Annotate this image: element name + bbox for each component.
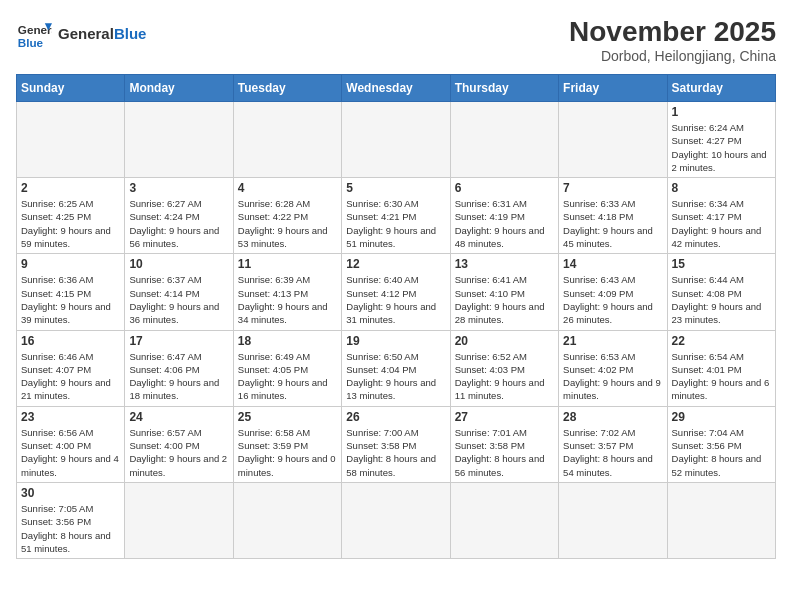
day-info: Sunrise: 6:43 AM Sunset: 4:09 PM Dayligh… bbox=[563, 273, 662, 326]
calendar-table: SundayMondayTuesdayWednesdayThursdayFrid… bbox=[16, 74, 776, 559]
day-info: Sunrise: 6:41 AM Sunset: 4:10 PM Dayligh… bbox=[455, 273, 554, 326]
calendar-day-cell: 18Sunrise: 6:49 AM Sunset: 4:05 PM Dayli… bbox=[233, 330, 341, 406]
day-number: 4 bbox=[238, 181, 337, 195]
logo: General Blue GeneralBlue bbox=[16, 16, 146, 52]
day-info: Sunrise: 7:01 AM Sunset: 3:58 PM Dayligh… bbox=[455, 426, 554, 479]
day-number: 9 bbox=[21, 257, 120, 271]
day-info: Sunrise: 7:04 AM Sunset: 3:56 PM Dayligh… bbox=[672, 426, 771, 479]
calendar-day-cell: 23Sunrise: 6:56 AM Sunset: 4:00 PM Dayli… bbox=[17, 406, 125, 482]
day-number: 7 bbox=[563, 181, 662, 195]
calendar-day-cell: 13Sunrise: 6:41 AM Sunset: 4:10 PM Dayli… bbox=[450, 254, 558, 330]
calendar-day-cell: 11Sunrise: 6:39 AM Sunset: 4:13 PM Dayli… bbox=[233, 254, 341, 330]
page-subtitle: Dorbod, Heilongjiang, China bbox=[569, 48, 776, 64]
day-number: 23 bbox=[21, 410, 120, 424]
day-number: 22 bbox=[672, 334, 771, 348]
day-number: 3 bbox=[129, 181, 228, 195]
day-info: Sunrise: 6:31 AM Sunset: 4:19 PM Dayligh… bbox=[455, 197, 554, 250]
calendar-day-cell: 9Sunrise: 6:36 AM Sunset: 4:15 PM Daylig… bbox=[17, 254, 125, 330]
day-info: Sunrise: 7:05 AM Sunset: 3:56 PM Dayligh… bbox=[21, 502, 120, 555]
day-info: Sunrise: 6:56 AM Sunset: 4:00 PM Dayligh… bbox=[21, 426, 120, 479]
day-info: Sunrise: 6:36 AM Sunset: 4:15 PM Dayligh… bbox=[21, 273, 120, 326]
calendar-day-cell bbox=[342, 102, 450, 178]
day-info: Sunrise: 6:33 AM Sunset: 4:18 PM Dayligh… bbox=[563, 197, 662, 250]
calendar-day-cell bbox=[450, 102, 558, 178]
calendar-day-cell: 7Sunrise: 6:33 AM Sunset: 4:18 PM Daylig… bbox=[559, 178, 667, 254]
calendar-day-cell: 30Sunrise: 7:05 AM Sunset: 3:56 PM Dayli… bbox=[17, 482, 125, 558]
day-info: Sunrise: 7:00 AM Sunset: 3:58 PM Dayligh… bbox=[346, 426, 445, 479]
calendar-day-cell bbox=[233, 102, 341, 178]
day-number: 6 bbox=[455, 181, 554, 195]
day-info: Sunrise: 6:27 AM Sunset: 4:24 PM Dayligh… bbox=[129, 197, 228, 250]
day-number: 25 bbox=[238, 410, 337, 424]
calendar-day-cell: 22Sunrise: 6:54 AM Sunset: 4:01 PM Dayli… bbox=[667, 330, 775, 406]
day-info: Sunrise: 6:44 AM Sunset: 4:08 PM Dayligh… bbox=[672, 273, 771, 326]
calendar-week-row: 1Sunrise: 6:24 AM Sunset: 4:27 PM Daylig… bbox=[17, 102, 776, 178]
day-info: Sunrise: 6:49 AM Sunset: 4:05 PM Dayligh… bbox=[238, 350, 337, 403]
calendar-week-row: 16Sunrise: 6:46 AM Sunset: 4:07 PM Dayli… bbox=[17, 330, 776, 406]
day-number: 24 bbox=[129, 410, 228, 424]
page-title: November 2025 bbox=[569, 16, 776, 48]
day-number: 13 bbox=[455, 257, 554, 271]
calendar-week-row: 23Sunrise: 6:56 AM Sunset: 4:00 PM Dayli… bbox=[17, 406, 776, 482]
day-info: Sunrise: 6:57 AM Sunset: 4:00 PM Dayligh… bbox=[129, 426, 228, 479]
svg-text:Blue: Blue bbox=[18, 36, 44, 49]
day-info: Sunrise: 6:39 AM Sunset: 4:13 PM Dayligh… bbox=[238, 273, 337, 326]
calendar-day-cell: 8Sunrise: 6:34 AM Sunset: 4:17 PM Daylig… bbox=[667, 178, 775, 254]
logo-blue: Blue bbox=[114, 25, 147, 42]
day-info: Sunrise: 6:28 AM Sunset: 4:22 PM Dayligh… bbox=[238, 197, 337, 250]
day-number: 21 bbox=[563, 334, 662, 348]
day-number: 26 bbox=[346, 410, 445, 424]
calendar-day-cell bbox=[450, 482, 558, 558]
day-number: 1 bbox=[672, 105, 771, 119]
calendar-day-cell: 5Sunrise: 6:30 AM Sunset: 4:21 PM Daylig… bbox=[342, 178, 450, 254]
day-info: Sunrise: 6:54 AM Sunset: 4:01 PM Dayligh… bbox=[672, 350, 771, 403]
day-info: Sunrise: 6:52 AM Sunset: 4:03 PM Dayligh… bbox=[455, 350, 554, 403]
day-info: Sunrise: 6:46 AM Sunset: 4:07 PM Dayligh… bbox=[21, 350, 120, 403]
weekday-header: Monday bbox=[125, 75, 233, 102]
weekday-header: Tuesday bbox=[233, 75, 341, 102]
calendar-day-cell: 1Sunrise: 6:24 AM Sunset: 4:27 PM Daylig… bbox=[667, 102, 775, 178]
calendar-day-cell: 25Sunrise: 6:58 AM Sunset: 3:59 PM Dayli… bbox=[233, 406, 341, 482]
calendar-day-cell: 17Sunrise: 6:47 AM Sunset: 4:06 PM Dayli… bbox=[125, 330, 233, 406]
day-info: Sunrise: 6:34 AM Sunset: 4:17 PM Dayligh… bbox=[672, 197, 771, 250]
calendar-day-cell: 14Sunrise: 6:43 AM Sunset: 4:09 PM Dayli… bbox=[559, 254, 667, 330]
weekday-header: Friday bbox=[559, 75, 667, 102]
day-number: 27 bbox=[455, 410, 554, 424]
logo-icon: General Blue bbox=[16, 16, 52, 52]
weekday-header: Saturday bbox=[667, 75, 775, 102]
day-info: Sunrise: 6:40 AM Sunset: 4:12 PM Dayligh… bbox=[346, 273, 445, 326]
title-block: November 2025 Dorbod, Heilongjiang, Chin… bbox=[569, 16, 776, 64]
calendar-day-cell: 4Sunrise: 6:28 AM Sunset: 4:22 PM Daylig… bbox=[233, 178, 341, 254]
calendar-day-cell bbox=[559, 482, 667, 558]
day-number: 12 bbox=[346, 257, 445, 271]
calendar-day-cell: 19Sunrise: 6:50 AM Sunset: 4:04 PM Dayli… bbox=[342, 330, 450, 406]
day-info: Sunrise: 6:53 AM Sunset: 4:02 PM Dayligh… bbox=[563, 350, 662, 403]
calendar-day-cell: 29Sunrise: 7:04 AM Sunset: 3:56 PM Dayli… bbox=[667, 406, 775, 482]
calendar-day-cell bbox=[559, 102, 667, 178]
day-info: Sunrise: 6:25 AM Sunset: 4:25 PM Dayligh… bbox=[21, 197, 120, 250]
day-number: 5 bbox=[346, 181, 445, 195]
calendar-day-cell bbox=[342, 482, 450, 558]
calendar-day-cell: 2Sunrise: 6:25 AM Sunset: 4:25 PM Daylig… bbox=[17, 178, 125, 254]
day-number: 29 bbox=[672, 410, 771, 424]
calendar-day-cell: 24Sunrise: 6:57 AM Sunset: 4:00 PM Dayli… bbox=[125, 406, 233, 482]
calendar-day-cell: 21Sunrise: 6:53 AM Sunset: 4:02 PM Dayli… bbox=[559, 330, 667, 406]
day-info: Sunrise: 6:50 AM Sunset: 4:04 PM Dayligh… bbox=[346, 350, 445, 403]
day-info: Sunrise: 6:58 AM Sunset: 3:59 PM Dayligh… bbox=[238, 426, 337, 479]
calendar-day-cell: 26Sunrise: 7:00 AM Sunset: 3:58 PM Dayli… bbox=[342, 406, 450, 482]
day-number: 20 bbox=[455, 334, 554, 348]
calendar-day-cell: 3Sunrise: 6:27 AM Sunset: 4:24 PM Daylig… bbox=[125, 178, 233, 254]
day-info: Sunrise: 6:24 AM Sunset: 4:27 PM Dayligh… bbox=[672, 121, 771, 174]
day-number: 18 bbox=[238, 334, 337, 348]
calendar-day-cell bbox=[233, 482, 341, 558]
day-number: 15 bbox=[672, 257, 771, 271]
calendar-day-cell: 12Sunrise: 6:40 AM Sunset: 4:12 PM Dayli… bbox=[342, 254, 450, 330]
weekday-header: Thursday bbox=[450, 75, 558, 102]
calendar-day-cell bbox=[17, 102, 125, 178]
page-header: General Blue GeneralBlue November 2025 D… bbox=[16, 16, 776, 64]
day-number: 16 bbox=[21, 334, 120, 348]
day-info: Sunrise: 6:47 AM Sunset: 4:06 PM Dayligh… bbox=[129, 350, 228, 403]
weekday-header: Sunday bbox=[17, 75, 125, 102]
day-info: Sunrise: 6:30 AM Sunset: 4:21 PM Dayligh… bbox=[346, 197, 445, 250]
day-number: 2 bbox=[21, 181, 120, 195]
